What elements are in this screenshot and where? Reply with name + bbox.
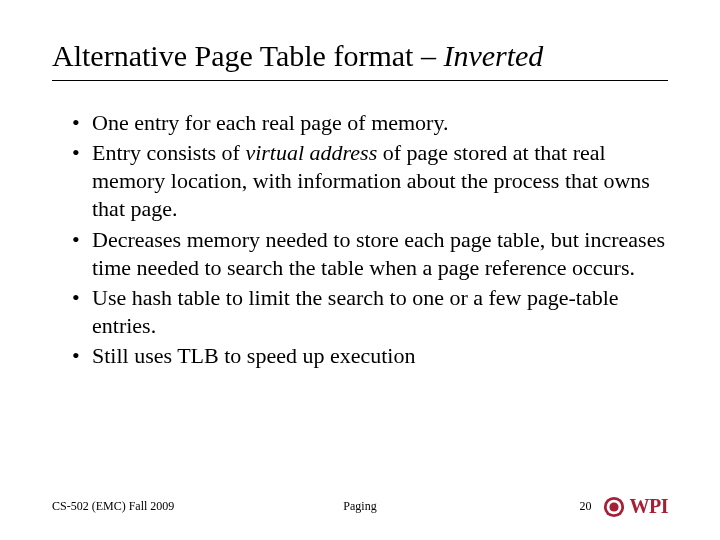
title-emphasis: Inverted [443,39,543,72]
slide: Alternative Page Table format – Inverted… [0,0,720,540]
bullet-text: Still uses TLB to speed up execution [92,343,415,368]
wpi-logo: WPI [603,495,668,518]
list-item: Use hash table to limit the search to on… [72,284,668,340]
list-item: Still uses TLB to speed up execution [72,342,668,370]
logo-text: WPI [629,495,668,518]
footer-center: Paging [257,499,462,514]
footer-right: 20 WPI [463,495,668,518]
bullet-text: Decreases memory needed to store each pa… [92,227,665,280]
bullet-text: One entry for each real page of memory. [92,110,449,135]
seal-icon [603,496,625,518]
bullet-text: Use hash table to limit the search to on… [92,285,619,338]
footer-left: CS-502 (EMC) Fall 2009 [52,499,257,514]
slide-title: Alternative Page Table format – Inverted [52,38,668,81]
list-item: One entry for each real page of memory. [72,109,668,137]
footer: CS-502 (EMC) Fall 2009 Paging 20 WPI [52,495,668,518]
bullet-em: virtual address [245,140,377,165]
list-item: Entry consists of virtual address of pag… [72,139,668,223]
page-number: 20 [579,499,591,514]
list-item: Decreases memory needed to store each pa… [72,226,668,282]
bullet-text: Entry consists of [92,140,245,165]
svg-point-2 [610,502,619,511]
title-prefix: Alternative Page Table format – [52,39,443,72]
bullet-list: One entry for each real page of memory. … [52,109,668,370]
